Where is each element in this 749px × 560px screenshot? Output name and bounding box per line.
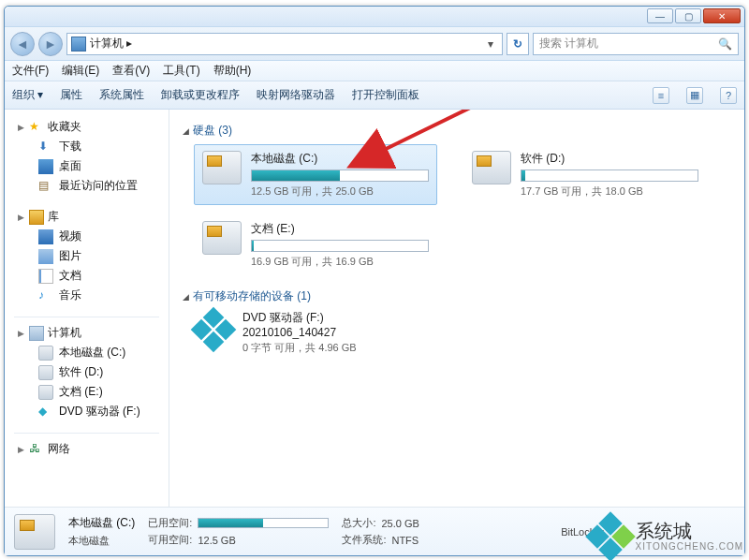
menu-file[interactable]: 文件(F) [12, 63, 49, 79]
dvd-label: 20210106_140427 [242, 326, 357, 339]
sidebar-computer[interactable]: ▶ 计算机 [5, 323, 169, 343]
close-button[interactable]: ✕ [703, 8, 741, 23]
uninstall-change-button[interactable]: 卸载或更改程序 [161, 87, 240, 103]
drive-e[interactable]: 文档 (E:) 16.9 GB 可用，共 16.9 GB [194, 214, 437, 275]
sidebar-favorites[interactable]: ▶ ★ 收藏夹 [5, 117, 169, 137]
recent-icon: ▤ [38, 179, 53, 194]
drive-e-subtitle: 16.9 GB 可用，共 16.9 GB [251, 255, 429, 269]
library-icon [29, 210, 44, 225]
video-icon [38, 229, 53, 244]
sidebar-item-recent[interactable]: ▤最近访问的位置 [5, 176, 169, 196]
menu-view[interactable]: 查看(V) [112, 63, 150, 79]
minimize-button[interactable]: — [647, 8, 673, 23]
sidebar-item-pictures[interactable]: 图片 [5, 246, 169, 266]
sidebar-item-desktop[interactable]: 桌面 [5, 156, 169, 176]
details-title: 本地磁盘 (C:) [68, 515, 135, 531]
picture-icon [38, 249, 53, 264]
back-button[interactable]: ◄ [10, 32, 35, 56]
sidebar-favorites-label: 收藏夹 [48, 119, 81, 135]
map-network-drive-button[interactable]: 映射网络驱动器 [257, 87, 335, 103]
dvd-subtitle: 0 字节 可用，共 4.96 GB [242, 341, 357, 355]
menu-help[interactable]: 帮助(H) [213, 63, 252, 79]
details-total-label: 总大小: [342, 516, 375, 530]
search-placeholder: 搜索 计算机 [539, 36, 598, 52]
section-hard-disks[interactable]: ◢ 硬盘 (3) [183, 123, 731, 139]
address-dropdown-icon[interactable]: ▾ [483, 37, 498, 51]
sidebar-item-drive-d[interactable]: 软件 (D:) [5, 362, 169, 382]
network-icon: 🖧 [29, 442, 44, 457]
desktop-icon [38, 159, 53, 174]
forward-button[interactable]: ► [38, 32, 63, 56]
title-bar: — ▢ ✕ [5, 7, 744, 27]
drive-e-title: 文档 (E:) [251, 221, 429, 237]
details-usage-bar [198, 518, 329, 528]
menu-tools[interactable]: 工具(T) [163, 63, 199, 79]
details-used-label: 已用空间: [148, 516, 192, 530]
sidebar-network-label: 网络 [48, 441, 70, 457]
sidebar-item-documents[interactable]: 文档 [5, 266, 169, 286]
refresh-button[interactable]: ↻ [507, 33, 529, 55]
system-properties-button[interactable]: 系统属性 [99, 87, 144, 103]
open-control-panel-button[interactable]: 打开控制面板 [352, 87, 419, 103]
drive-icon [38, 385, 53, 400]
drive-d-subtitle: 17.7 GB 可用，共 18.0 GB [521, 184, 698, 199]
menu-edit[interactable]: 编辑(E) [62, 63, 99, 79]
sidebar-item-drive-e[interactable]: 文档 (E:) [5, 382, 169, 402]
details-drive-icon [14, 514, 55, 550]
breadcrumb[interactable]: 计算机 ▸ [90, 36, 479, 52]
sidebar-network[interactable]: ▶ 🖧 网络 [5, 439, 169, 459]
sidebar-item-downloads[interactable]: ⬇下载 [5, 137, 169, 156]
drive-d-usage-bar [521, 169, 698, 182]
details-free-value: 12.5 GB [198, 535, 235, 546]
document-icon [38, 269, 53, 284]
section-removable[interactable]: ◢ 有可移动存储的设备 (1) [183, 288, 731, 304]
content-pane[interactable]: ◢ 硬盘 (3) 本地磁盘 (C:) 12.5 GB 可用，共 25.0 GB … [169, 110, 744, 507]
sidebar-item-dvd-f[interactable]: ◆DVD 驱动器 (F:) [5, 402, 169, 421]
dvd-drive-f[interactable]: DVD 驱动器 (F:) 20210106_140427 0 字节 可用，共 4… [194, 310, 731, 355]
details-subtitle: 本地磁盘 [68, 534, 135, 548]
collapse-icon: ◢ [183, 292, 189, 302]
sidebar-item-videos[interactable]: 视频 [5, 227, 169, 246]
maximize-button[interactable]: ▢ [675, 8, 701, 23]
drive-icon [202, 151, 242, 184]
address-bar[interactable]: 计算机 ▸ ▾ [66, 33, 503, 55]
search-icon: 🔍 [718, 37, 732, 51]
sidebar-item-drive-c[interactable]: 本地磁盘 (C:) [5, 343, 169, 362]
drive-icon [38, 365, 53, 380]
drive-e-usage-bar [251, 240, 429, 252]
expand-icon: ▶ [18, 445, 25, 454]
drive-icon [202, 221, 242, 255]
help-icon[interactable]: ? [720, 87, 737, 104]
command-bar: 组织 ▾ 属性 系统属性 卸载或更改程序 映射网络驱动器 打开控制面板 ≡ ▦ … [5, 81, 744, 110]
sidebar-libraries[interactable]: ▶ 库 [5, 207, 169, 227]
drive-icon [472, 151, 511, 184]
drive-c-title: 本地磁盘 (C:) [251, 151, 429, 167]
music-icon: ♪ [38, 288, 53, 303]
collapse-icon: ◢ [183, 126, 189, 136]
details-fs-label: 文件系统: [342, 533, 386, 547]
details-fs-value: NTFS [391, 535, 419, 546]
navigation-pane[interactable]: ▶ ★ 收藏夹 ⬇下载 桌面 ▤最近访问的位置 ▶ 库 视频 图片 文档 ♪音乐 [5, 110, 169, 507]
download-icon: ⬇ [38, 140, 53, 155]
search-input[interactable]: 搜索 计算机 🔍 [533, 33, 739, 55]
properties-button[interactable]: 属性 [60, 87, 82, 103]
sidebar-libraries-label: 库 [48, 209, 59, 225]
sidebar-item-music[interactable]: ♪音乐 [5, 286, 169, 305]
drive-c-usage-bar [251, 169, 429, 182]
dvd-title: DVD 驱动器 (F:) [242, 310, 357, 326]
drive-icon [38, 346, 53, 361]
expand-icon: ▶ [18, 329, 25, 338]
details-pane: 本地磁盘 (C:) 本地磁盘 已用空间: 可用空间: 12.5 GB 总大小: … [5, 507, 744, 555]
preview-pane-icon[interactable]: ▦ [686, 87, 703, 104]
drive-c[interactable]: 本地磁盘 (C:) 12.5 GB 可用，共 25.0 GB [194, 144, 437, 205]
navigation-row: ◄ ► 计算机 ▸ ▾ ↻ 搜索 计算机 🔍 [5, 27, 744, 61]
expand-icon: ▶ [18, 123, 25, 132]
sidebar-computer-label: 计算机 [48, 325, 81, 341]
star-icon: ★ [29, 120, 44, 135]
dvd-icon: ◆ [38, 405, 53, 420]
drive-d[interactable]: 软件 (D:) 17.7 GB 可用，共 18.0 GB [463, 144, 707, 205]
details-total-value: 25.0 GB [381, 518, 419, 529]
view-options-icon[interactable]: ≡ [653, 87, 669, 104]
organize-button[interactable]: 组织 ▾ [12, 87, 43, 103]
expand-icon: ▶ [18, 213, 25, 222]
